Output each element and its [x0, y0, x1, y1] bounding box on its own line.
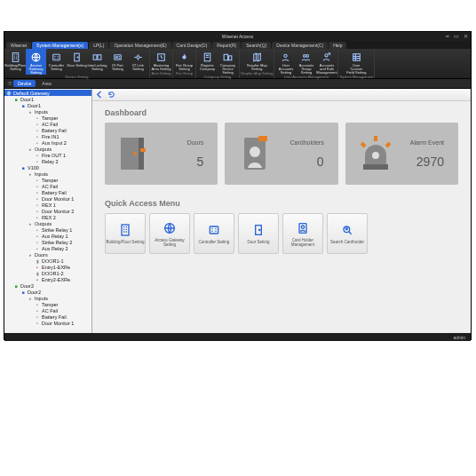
tree-node[interactable]: •Strike Relay 1 [4, 226, 91, 233]
tree-node[interactable]: ▸Doors [4, 251, 91, 258]
close-button[interactable]: ✕ [462, 32, 469, 39]
device-tree[interactable]: Default Gateway■Door1■Door1▸Inputs•Tampe… [4, 89, 92, 333]
tree-node[interactable]: •AC Fail [4, 121, 91, 127]
dot-icon: • [35, 184, 40, 189]
dot-icon: • [35, 134, 40, 139]
tree-node[interactable]: ■Door2 [4, 282, 91, 289]
tree-node[interactable]: •REX 1 [4, 202, 91, 208]
tree-node[interactable]: •Tamper [4, 177, 91, 183]
tree-node[interactable]: •Door Monitor 1 [4, 195, 91, 202]
minimize-button[interactable]: ━ [444, 32, 451, 39]
fire-icon [178, 51, 191, 63]
ribbon-door[interactable]: Door Setting [67, 49, 87, 75]
tree-node[interactable]: ▸Inputs [4, 171, 91, 177]
tree-node[interactable]: ▸Outputs [4, 220, 91, 226]
dot-icon: • [35, 140, 40, 146]
ribbon-globe[interactable]: Access Gateway Setting [26, 49, 46, 75]
tree-node[interactable]: ▸Inputs [4, 295, 91, 301]
tree-node[interactable]: •Fire OUT 1 [4, 152, 91, 158]
tree-node[interactable]: •REX 2 [4, 214, 91, 220]
menu-tab[interactable]: Help [329, 42, 346, 49]
ribbon-map[interactable]: Graphic Map Setting [247, 49, 267, 71]
dot-icon: • [35, 321, 40, 326]
tree-node[interactable]: •Tamper [4, 115, 91, 121]
quick-access-title: Quick Access Menu [92, 185, 471, 213]
tree-node[interactable]: •Door Monitor 2 [4, 208, 91, 214]
quick-controller[interactable]: Controller Setting [194, 213, 234, 254]
dashboard-card-door[interactable]: Doors5 [105, 123, 218, 185]
tree-node[interactable]: •Aux Relay 2 [4, 245, 91, 251]
quick-door[interactable]: Door Setting [238, 213, 279, 254]
tree-node[interactable]: •Battery Fail [4, 127, 91, 133]
menu-tab[interactable]: Report(R) [212, 42, 241, 49]
menu-tab[interactable]: Search(Q) [242, 42, 271, 49]
back-icon[interactable] [96, 91, 104, 99]
menu-tabs: WisenetSystem Management(s)LP(L)Operatio… [4, 41, 471, 49]
sidebar-tab-device[interactable]: Device [13, 80, 36, 87]
quick-search-user[interactable]: Search Cardholder [327, 213, 368, 254]
menu-tab[interactable]: System Management(s) [32, 42, 88, 49]
tree-node[interactable]: •Strike Relay 2 [4, 239, 91, 245]
interlock-icon [91, 51, 104, 63]
ribbon-group[interactable]: Accounts Group Setting [296, 49, 316, 75]
tree-node[interactable]: •Door Monitor 1 [4, 320, 91, 326]
ribbon-building[interactable]: Building/Floor Setting [5, 49, 26, 75]
svg-point-33 [259, 230, 260, 231]
app-window: Wisenet Access ━ ▭ ✕ WisenetSystem Manag… [4, 31, 472, 340]
tree-node[interactable]: •Entry1-EXRe [4, 264, 91, 270]
tree-node[interactable]: ▮DOOR1-1 [4, 258, 91, 264]
dashboard-card-alarm[interactable]: Alarm Event2970 [345, 123, 458, 185]
tree-node[interactable]: •Fire IN1 [4, 133, 91, 139]
ribbon-field[interactable]: User Custom Field Setting [346, 49, 367, 75]
tree-node[interactable]: •AC Fail [4, 183, 91, 189]
tree-node[interactable]: •AC Fail [4, 307, 91, 313]
menu-tab[interactable]: Operation Management(E) [109, 42, 171, 49]
refresh-icon[interactable] [107, 91, 115, 99]
tree-node[interactable]: •Tamper [4, 301, 91, 307]
tree-node[interactable]: •Aux Input 2 [4, 139, 91, 146]
ribbon-muster[interactable]: Mustering Area Setting [151, 49, 171, 71]
ribbon-controller[interactable]: Controller Setting [46, 49, 67, 75]
dot-icon: • [35, 234, 40, 239]
ribbon-interlock[interactable]: InterLocking Setting [87, 49, 107, 75]
dot-icon: • [35, 215, 40, 220]
tree-node[interactable]: Default Gateway [4, 90, 91, 96]
quick-cardholder[interactable]: Card Holder Management [282, 213, 323, 254]
ribbon-iolink[interactable]: IO Link Setting [128, 49, 148, 75]
svg-point-4 [77, 56, 78, 57]
tree-node[interactable]: •Relay 2 [4, 158, 91, 164]
main-content: Dashboard Doors5Cardholders0Alarm Event2… [92, 89, 471, 333]
quick-globe[interactable]: Access Gateway Setting [149, 213, 190, 254]
tree-node[interactable]: •Battery Fail [4, 189, 91, 195]
ribbon-idport[interactable]: ID Port Setting [107, 49, 128, 75]
tree-node[interactable]: ▮DOOR1-2 [4, 270, 91, 276]
ribbon-role[interactable]: Accounts and Role Management [316, 49, 337, 75]
tree-node[interactable]: ■Door1 [4, 102, 91, 108]
menu-tab[interactable]: Device Management(C) [272, 42, 328, 49]
tree-node[interactable]: ■V100 [4, 164, 91, 171]
svg-point-15 [304, 54, 306, 57]
tree-node[interactable]: •Aux Relay 1 [4, 233, 91, 239]
menu-tab[interactable]: LP(L) [89, 42, 108, 49]
ribbon-toolbar: Building/Floor SettingAccess Gateway Set… [4, 49, 471, 79]
ribbon-register[interactable]: Register Company [197, 49, 218, 75]
ribbon-companydev[interactable]: Company Device Setting [218, 49, 238, 75]
menu-tab[interactable]: Wisenet [6, 42, 31, 49]
ribbon-user[interactable]: User Accounts Setting [275, 49, 296, 75]
dashboard-card-cardholder[interactable]: Cardholders0 [225, 123, 337, 185]
folder-icon: ▸ [28, 109, 33, 115]
tree-node[interactable]: •Entry2-EXRe [4, 276, 91, 282]
building-icon [10, 51, 22, 63]
maximize-button[interactable]: ▭ [453, 32, 460, 39]
quick-building[interactable]: Building/Floor Setting [105, 213, 146, 254]
ribbon-fire[interactable]: Fire Group Setting [174, 49, 194, 71]
sidebar-tab-area[interactable]: Area [37, 80, 56, 87]
tree-node[interactable]: ▸Outputs [4, 146, 91, 152]
tree-node[interactable]: ■Door1 [4, 96, 91, 102]
tree-node[interactable]: ▸Inputs [4, 108, 91, 115]
svg-point-26 [250, 147, 260, 157]
menu-tab[interactable]: Card Design(D) [172, 42, 212, 49]
dot-icon: • [35, 240, 40, 245]
tree-node[interactable]: •Battery Fail [4, 313, 91, 320]
tree-node[interactable]: ■Door2 [4, 289, 91, 295]
